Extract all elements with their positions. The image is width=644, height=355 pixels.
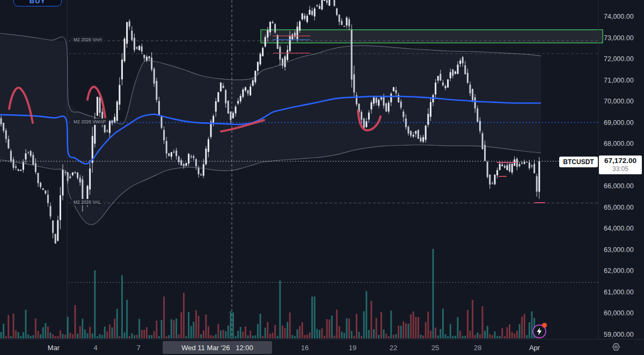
crosshair-time-marker: Wed 11 Mar '26 12:00 bbox=[163, 341, 272, 354]
price-tick: 63,000.00 bbox=[604, 246, 634, 254]
price-tick: 62,000.00 bbox=[604, 267, 634, 275]
price-tick: 61,000.00 bbox=[604, 289, 634, 296]
time-tick: 22 bbox=[390, 344, 397, 352]
time-scale[interactable]: Wed 11 Mar '26 12:00 Mar471619222528Apr bbox=[0, 339, 644, 355]
price-tick: 72,000.00 bbox=[604, 55, 634, 63]
price-tick: 60,000.00 bbox=[604, 309, 634, 317]
notification-dot bbox=[542, 323, 547, 328]
last-price-label: 67,172.00 33:05 bbox=[599, 156, 642, 174]
time-tick: 7 bbox=[136, 344, 140, 352]
time-tick: Mar bbox=[48, 344, 60, 352]
time-tick: 16 bbox=[301, 344, 309, 352]
price-tick: 74,000.00 bbox=[604, 13, 634, 20]
symbol-price-tag: BTCUSDT bbox=[559, 157, 598, 167]
price-tick: 71,000.00 bbox=[604, 77, 634, 84]
time-tick: 4 bbox=[93, 344, 97, 352]
trading-chart-window: BUY M2 2026 VAH M2 2026 VWAP M2 2026 VAL… bbox=[0, 0, 644, 355]
bar-countdown: 33:05 bbox=[599, 165, 642, 173]
price-tick: 66,000.00 bbox=[604, 182, 634, 190]
time-tick: Apr bbox=[529, 344, 540, 352]
price-tick: 73,000.00 bbox=[604, 34, 634, 42]
price-tick: 59,000.00 bbox=[604, 331, 634, 338]
price-tick: 64,000.00 bbox=[604, 225, 634, 232]
timezone-settings-icon[interactable] bbox=[611, 342, 621, 352]
last-price-value: 67,172.00 bbox=[599, 157, 642, 165]
price-tick: 70,000.00 bbox=[604, 98, 634, 105]
vwap-level-label: M2 2026 VWAP bbox=[70, 119, 109, 125]
price-tick: 68,000.00 bbox=[604, 140, 634, 147]
chart-canvas[interactable] bbox=[0, 0, 644, 339]
price-tick: 69,000.00 bbox=[604, 119, 634, 127]
buy-button[interactable]: BUY bbox=[13, 0, 62, 6]
time-tick: 19 bbox=[349, 344, 356, 352]
vah-level-label: M2 2026 VAH bbox=[70, 36, 105, 43]
time-tick: 28 bbox=[474, 344, 481, 352]
price-tick: 65,000.00 bbox=[604, 204, 634, 211]
lightning-icon bbox=[536, 328, 543, 335]
val-level-label: M2 2026 VAL bbox=[70, 199, 104, 205]
time-tick: 25 bbox=[431, 344, 439, 352]
buy-button-label: BUY bbox=[30, 0, 46, 5]
volume-bars bbox=[1, 249, 540, 338]
